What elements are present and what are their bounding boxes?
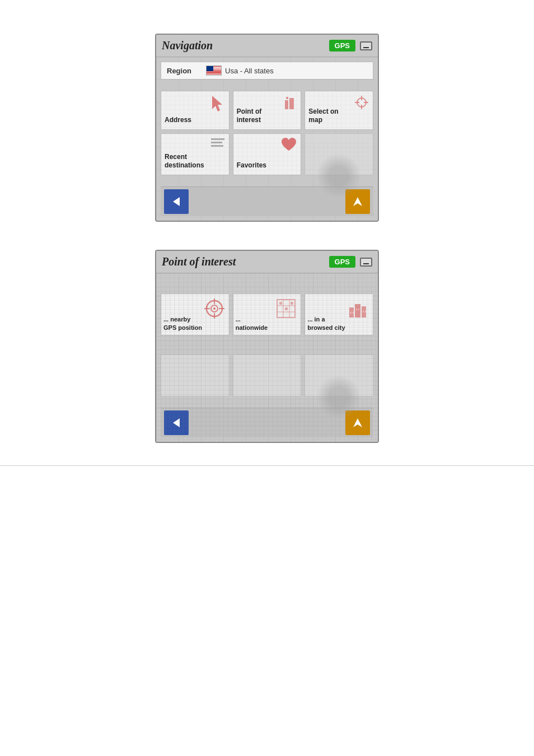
browsed-city-label: ... in abrowsed city — [307, 315, 345, 332]
navigate-arrow-icon — [351, 195, 364, 208]
navigate-button[interactable] — [345, 189, 370, 214]
screen-body: Region Usa - All states — [156, 57, 378, 221]
select-map-label: Select onmap — [308, 108, 338, 125]
favorites-label: Favorites — [237, 161, 266, 170]
poi-button[interactable]: Point ofinterest — [233, 91, 302, 130]
nationwide-label: ...nationwide — [236, 315, 268, 332]
region-label: Region — [167, 67, 200, 75]
empty-slot-3 — [305, 354, 373, 396]
nearby-gps-label: ... nearbyGPS position — [163, 315, 202, 332]
address-label: Address — [165, 116, 191, 125]
favorites-icon — [279, 136, 298, 155]
poi-screen-body: ... nearbyGPS position — [156, 273, 378, 442]
screen-title: Navigation — [162, 39, 213, 52]
poi-screen-title: Point of interest — [162, 255, 236, 268]
recent-label: Recentdestinations — [165, 153, 204, 170]
svg-rect-3 — [286, 97, 288, 99]
svg-rect-2 — [289, 98, 294, 109]
svg-rect-1 — [285, 100, 288, 109]
poi-gps-badge: GPS — [329, 256, 355, 268]
us-flag-icon — [206, 66, 222, 76]
favorites-button[interactable]: Favorites — [233, 133, 302, 175]
svg-marker-13 — [353, 197, 362, 206]
gps-badge: GPS — [329, 40, 355, 52]
svg-rect-10 — [211, 142, 222, 143]
minimize-button[interactable] — [360, 41, 372, 50]
recent-icon — [209, 136, 227, 152]
region-flag: Usa - All states — [206, 66, 274, 76]
screen-header: Navigation GPS — [156, 35, 378, 57]
page-divider — [0, 465, 534, 466]
select-map-icon — [353, 94, 371, 114]
nav-button-grid: Address Point ofinterest — [161, 91, 373, 130]
poi-screen: Point of interest GPS — [155, 250, 379, 443]
back-arrow-icon — [170, 195, 183, 208]
navigation-screen: Navigation GPS Region Usa - All states — [155, 34, 379, 222]
svg-rect-11 — [211, 145, 223, 147]
back-button[interactable] — [164, 189, 189, 214]
region-row[interactable]: Region Usa - All states — [161, 62, 373, 80]
address-icon — [209, 94, 227, 116]
poi-icon — [280, 94, 298, 114]
nav-button-grid-row2: Recentdestinations Favorites — [161, 133, 373, 175]
svg-marker-0 — [212, 96, 222, 111]
recent-button[interactable]: Recentdestinations — [161, 133, 229, 175]
poi-label: Point ofinterest — [237, 108, 262, 125]
address-button[interactable]: Address — [161, 91, 229, 130]
svg-marker-12 — [173, 197, 180, 206]
poi-screen-header: Point of interest GPS — [156, 251, 378, 273]
poi-minimize-button[interactable] — [360, 258, 372, 267]
select-map-button[interactable]: Select onmap — [305, 91, 373, 130]
svg-rect-9 — [211, 138, 224, 140]
region-value: Usa - All states — [225, 67, 274, 75]
poi-empty-grid — [161, 354, 373, 396]
empty-button — [305, 133, 373, 175]
bottom-nav-bar — [161, 186, 373, 216]
